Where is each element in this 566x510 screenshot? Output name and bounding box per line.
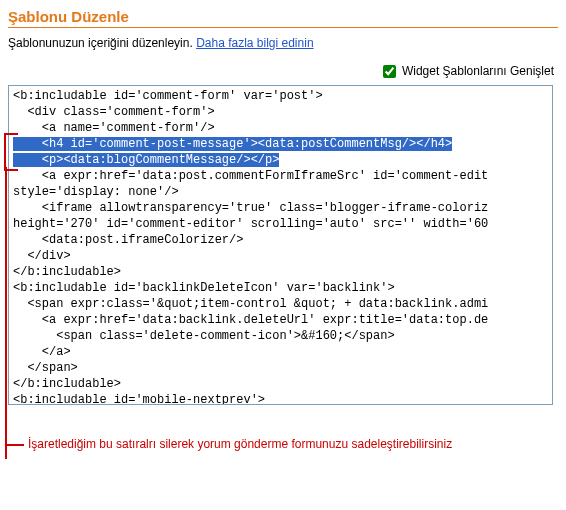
code-line: </a>: [13, 345, 71, 359]
code-line: <a expr:href='data:post.commentFormIfram…: [13, 169, 488, 183]
subtitle-text: Şablonunuzun içeriğini düzenleyin.: [8, 36, 196, 50]
code-line: <b:includable id='backlinkDeleteIcon' va…: [13, 281, 395, 295]
code-line: <span expr:class='&quot;item-control &qu…: [13, 297, 488, 311]
expand-widgets-text: Widget Şablonlarını Genişlet: [399, 64, 554, 78]
code-line: style='display: none'/>: [13, 185, 179, 199]
page-title: Şablonu Düzenle: [8, 8, 558, 25]
code-line: </b:includable>: [13, 265, 121, 279]
template-code-editor[interactable]: <b:includable id='comment-form' var='pos…: [8, 85, 553, 405]
code-line: <b:includable id='mobile-nextprev'>: [13, 393, 265, 405]
code-line-highlighted: <p><data:blogCommentMessage/></p>: [13, 153, 279, 167]
annotation-connector: [5, 167, 7, 459]
code-line: <a name='comment-form'/>: [13, 121, 215, 135]
code-line: </b:includable>: [13, 377, 121, 391]
annotation-text: İşaretlediğim bu satıralrı silerek yorum…: [6, 437, 558, 451]
code-line: <span class='delete-comment-icon'>&#160;…: [13, 329, 395, 343]
annotation-bracket: [4, 133, 18, 171]
code-line: <b:includable id='comment-form' var='pos…: [13, 89, 323, 103]
expand-widgets-label[interactable]: Widget Şablonlarını Genişlet: [379, 64, 554, 78]
learn-more-link[interactable]: Daha fazla bilgi edinin: [196, 36, 313, 50]
code-line: <a expr:href='data:backlink.deleteUrl' e…: [13, 313, 488, 327]
title-divider: [8, 27, 558, 28]
code-line: </span>: [13, 361, 78, 375]
code-line: </div>: [13, 249, 71, 263]
expand-widgets-checkbox[interactable]: [383, 65, 396, 78]
code-line: <iframe allowtransparency='true' class='…: [13, 201, 488, 215]
code-line: height='270' id='comment-editor' scrolli…: [13, 217, 488, 231]
code-line: <div class='comment-form'>: [13, 105, 215, 119]
code-line: <data:post.iframeColorizer/>: [13, 233, 243, 247]
subtitle: Şablonunuzun içeriğini düzenleyin. Daha …: [8, 36, 558, 50]
code-line-highlighted: <h4 id='comment-post-message'><data:post…: [13, 137, 452, 151]
